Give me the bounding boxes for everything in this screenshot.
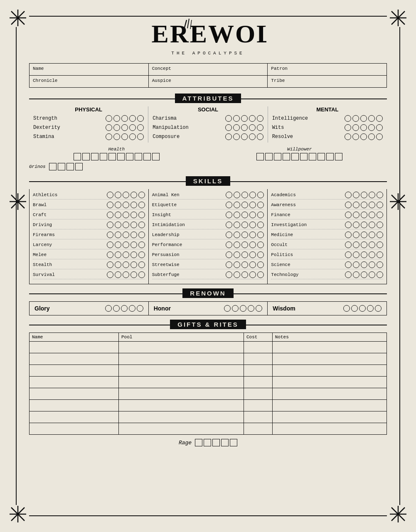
charisma-label: Charisma bbox=[153, 116, 186, 121]
resolve-circles[interactable] bbox=[345, 133, 383, 140]
skill-intimidation: Intimidation bbox=[152, 222, 264, 229]
character-sheet: WEREWOLF THE APOCALYPSE Name Concept Pat… bbox=[0, 0, 416, 532]
col-cost-header: Cost bbox=[244, 333, 273, 342]
willpower-label: Willpower bbox=[212, 147, 387, 152]
circle[interactable] bbox=[137, 115, 144, 122]
mental-col: MENTAL Intelligence Wits bbox=[268, 106, 387, 143]
rage-label: Rage bbox=[179, 440, 192, 446]
auspice-cell[interactable]: Auspice bbox=[149, 76, 268, 87]
wits-circles[interactable] bbox=[345, 124, 383, 131]
chronicle-cell[interactable]: Chronicle bbox=[30, 76, 149, 87]
logo-svg: WEREWOLF bbox=[150, 17, 266, 50]
gifts-header-label: GIFTS & RITES bbox=[170, 320, 246, 329]
info-row-2: Chronicle Auspice Tribe bbox=[30, 76, 386, 87]
gifts-row[interactable] bbox=[30, 353, 387, 365]
concept-label: Concept bbox=[152, 66, 171, 71]
strength-circles[interactable] bbox=[106, 115, 144, 122]
social-skills-col: Animal Ken Etiquette Insight bbox=[149, 189, 268, 284]
resolve-row: Resolve bbox=[272, 133, 383, 140]
logo-subtitle: THE APOCALYPSE bbox=[17, 51, 399, 56]
composure-row: Composure bbox=[153, 133, 263, 140]
skill-animal-ken: Animal Ken bbox=[152, 192, 264, 200]
renown-header: RENOWN bbox=[17, 288, 399, 298]
auspice-label: Auspice bbox=[152, 78, 171, 83]
charisma-circles[interactable] bbox=[225, 115, 263, 122]
skills-section: Athletics Brawl Craft bbox=[29, 189, 387, 284]
attributes-header: ATTRIBUTES bbox=[17, 94, 399, 103]
renown-row: Glory Honor Wisdom bbox=[29, 301, 387, 315]
stamina-label: Stamina bbox=[33, 134, 66, 140]
gifts-row[interactable] bbox=[30, 342, 387, 353]
gifts-row[interactable] bbox=[30, 365, 387, 377]
circle[interactable] bbox=[129, 115, 136, 122]
physical-skills-col: Athletics Brawl Craft bbox=[30, 189, 149, 284]
skills-header-label: SKILLS bbox=[186, 176, 230, 186]
corner-mark-tr bbox=[388, 7, 409, 28]
circle[interactable] bbox=[121, 115, 128, 122]
skill-insight: Insight bbox=[152, 212, 264, 219]
skill-technology: Technology bbox=[271, 271, 383, 279]
composure-circles[interactable] bbox=[225, 133, 263, 140]
honor-cell: Honor bbox=[149, 302, 268, 315]
skill-craft: Craft bbox=[33, 212, 145, 219]
gifts-header: GIFTS & RITES bbox=[17, 320, 399, 329]
dexterity-circles[interactable] bbox=[106, 124, 144, 131]
skill-survival: Survival bbox=[33, 271, 145, 279]
resolve-label: Resolve bbox=[272, 134, 305, 140]
skill-performance: Performance bbox=[152, 241, 264, 249]
skill-science: Science bbox=[271, 261, 383, 269]
health-squares[interactable] bbox=[29, 153, 204, 160]
circle[interactable] bbox=[106, 115, 112, 122]
rage-squares[interactable] bbox=[195, 439, 237, 446]
patron-cell[interactable]: Patron bbox=[268, 64, 386, 75]
rage-area: Rage bbox=[17, 439, 399, 446]
mental-skills-col: Academics Awareness Finance bbox=[268, 189, 386, 284]
gifts-row[interactable] bbox=[30, 400, 387, 411]
tracks-area: Health Willpower bbox=[29, 147, 387, 160]
stamina-row: Stamina bbox=[33, 133, 144, 140]
wisdom-cell: Wisdom bbox=[268, 302, 386, 315]
grinos-label: Grinos bbox=[29, 164, 46, 169]
skill-brawl: Brawl bbox=[33, 202, 145, 209]
concept-cell[interactable]: Concept bbox=[149, 64, 268, 75]
wisdom-label: Wisdom bbox=[273, 305, 295, 312]
patron-label: Patron bbox=[271, 66, 288, 71]
wits-row: Wits bbox=[272, 124, 383, 131]
willpower-squares[interactable] bbox=[212, 153, 387, 160]
glory-label: Glory bbox=[34, 305, 50, 312]
corner-mark-bl bbox=[7, 504, 28, 525]
name-cell[interactable]: Name bbox=[30, 64, 149, 75]
corner-mark-br bbox=[388, 504, 409, 525]
health-track: Health bbox=[29, 147, 204, 160]
info-row-1: Name Concept Patron bbox=[30, 64, 386, 76]
attributes-header-label: ATTRIBUTES bbox=[175, 94, 241, 103]
manipulation-label: Manipulation bbox=[153, 125, 188, 131]
skill-finance: Finance bbox=[271, 212, 383, 219]
intelligence-circles[interactable] bbox=[345, 115, 383, 122]
col-name-header: Name bbox=[30, 333, 119, 342]
gifts-row[interactable] bbox=[30, 423, 387, 435]
gifts-section: Name Pool Cost Notes bbox=[29, 332, 387, 435]
character-info: Name Concept Patron Chronicle Auspice Tr… bbox=[29, 63, 387, 88]
grinos-squares[interactable] bbox=[49, 163, 83, 170]
gifts-row[interactable] bbox=[30, 411, 387, 423]
skill-medicine: Medicine bbox=[271, 232, 383, 239]
gifts-row[interactable] bbox=[30, 377, 387, 388]
circle[interactable] bbox=[113, 115, 120, 122]
col-pool-header: Pool bbox=[119, 333, 244, 342]
tribe-cell[interactable]: Tribe bbox=[268, 76, 386, 87]
social-label: SOCIAL bbox=[153, 106, 263, 113]
gifts-row[interactable] bbox=[30, 388, 387, 400]
skills-header: SKILLS bbox=[17, 176, 399, 186]
skill-etiquette: Etiquette bbox=[152, 202, 264, 209]
corner-mark-ml bbox=[7, 191, 28, 212]
dexterity-row: Dexterity bbox=[33, 124, 144, 131]
manipulation-row: Manipulation bbox=[153, 124, 263, 131]
skill-driving: Driving bbox=[33, 222, 145, 229]
stamina-circles[interactable] bbox=[106, 133, 144, 140]
skill-larceny: Larceny bbox=[33, 241, 145, 249]
attributes-section: PHYSICAL Strength Dexterity bbox=[29, 106, 387, 143]
manipulation-circles[interactable] bbox=[225, 124, 263, 131]
skill-melee: Melee bbox=[33, 251, 145, 259]
honor-label: Honor bbox=[154, 305, 171, 312]
